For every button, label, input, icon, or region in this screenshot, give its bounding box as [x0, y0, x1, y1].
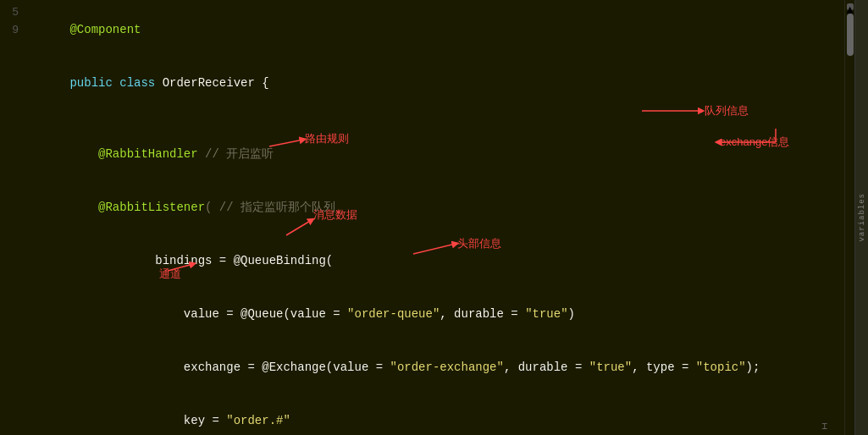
line-numbers: 5 9: [0, 0, 24, 435]
key-val: "order.#": [226, 414, 290, 427]
exchange-line: exchange = @Exchange(value =: [69, 361, 390, 374]
exchange-name-str: "order-exchange": [390, 361, 503, 374]
class-name: OrderReceiver {: [163, 76, 269, 90]
annotation-listener: @RabbitListener: [69, 201, 205, 214]
durable-1: , durable =: [440, 307, 525, 321]
durable-val-2: "true": [589, 361, 632, 374]
bindings-line: bindings = @QueueBinding(: [69, 254, 333, 267]
paren-1: ): [568, 307, 575, 321]
side-label-strip: variables: [854, 0, 868, 435]
annotation-handler: @RabbitHandler: [69, 147, 205, 161]
key-line: key =: [69, 414, 226, 427]
code-line-6: bindings = @QueueBinding(: [27, 234, 844, 288]
code-line-1: @Component: [27, 3, 844, 57]
code-line-8: exchange = @Exchange(value = "order-exch…: [27, 341, 844, 394]
code-line-3: [27, 110, 844, 128]
durable-2: , durable =: [504, 361, 589, 374]
code-line-4: @RabbitHandler // 开启监听: [27, 128, 844, 181]
comment-1: // 开启监听: [205, 147, 274, 161]
code-line-2: public class OrderReceiver {: [27, 57, 844, 110]
cursor-position: ⌶: [821, 421, 827, 432]
queue-name-str: "order-queue": [347, 307, 440, 321]
comment-2: ( // 指定监听那个队列: [205, 201, 335, 214]
durable-val-1: "true": [525, 307, 567, 321]
paren-2: );: [746, 361, 760, 374]
kw-public: public class: [69, 76, 162, 90]
code-line-7: value = @Queue(value = "order-queue", du…: [27, 288, 844, 341]
code-line-9: key = "order.#": [27, 394, 844, 435]
scrollbar-up-arrow[interactable]: ▲: [847, 3, 854, 10]
type-val: "topic": [696, 361, 746, 374]
scrollbar-track[interactable]: ▲: [844, 0, 854, 435]
code-line-5: @RabbitListener( // 指定监听那个队列: [27, 181, 844, 234]
annotation-component: @Component: [69, 23, 141, 36]
value-line: value = @Queue(value =: [69, 307, 347, 321]
type-kw: , type =: [632, 361, 696, 374]
side-label-text: variables: [858, 193, 866, 242]
scrollbar-thumb[interactable]: [847, 14, 854, 56]
